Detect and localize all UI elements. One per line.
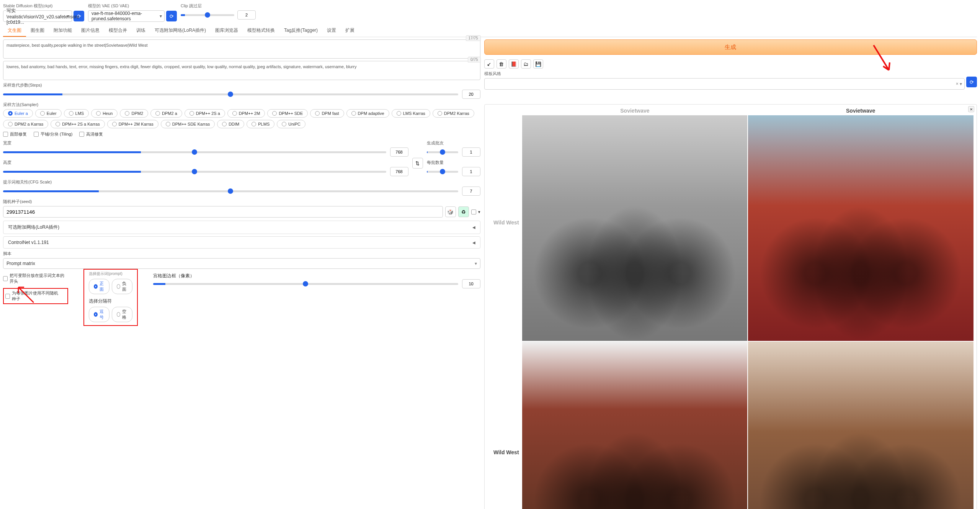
- face-restore-checkbox[interactable]: 面部修复: [3, 131, 27, 137]
- script-select[interactable]: Prompt matrix▾: [3, 258, 480, 269]
- tiling-checkbox[interactable]: 平铺/分块 (Tiling): [34, 131, 72, 137]
- sampler-dpm2-a[interactable]: DPM2 a: [150, 109, 182, 118]
- row-label-2: Wild West: [488, 449, 519, 455]
- margin-value[interactable]: [462, 279, 480, 288]
- prompt-neg-counter: 0/75: [468, 57, 480, 62]
- main-tabs: 文生图 图生图 附加功能 图片信息 模型合并 训练 可选附加网络(LoRA插件)…: [3, 25, 977, 37]
- sampler-dpm-fast[interactable]: DPM fast: [310, 109, 344, 118]
- diff-seed-checkbox[interactable]: 为每张图片使用不同随机种子: [5, 290, 60, 302]
- seed-input[interactable]: [3, 206, 443, 218]
- sampler-dpm-adaptive[interactable]: DPM adaptive: [346, 109, 389, 118]
- vae-label: 模型的 VAE (SD VAE): [88, 3, 177, 9]
- style-refresh-button[interactable]: ⟳: [966, 77, 977, 87]
- seed-recycle-button[interactable]: ♻: [458, 206, 469, 217]
- batch-count-value[interactable]: [462, 147, 480, 157]
- output-gallery: ✕ Wild West Wild West Sovietwave Sovietw…: [484, 104, 977, 509]
- steps-value[interactable]: [462, 90, 480, 99]
- cfg-value[interactable]: [462, 187, 480, 196]
- hires-checkbox[interactable]: 高清修复: [79, 131, 103, 137]
- sampler-dpm2-karras[interactable]: DPM2 Karras: [433, 109, 474, 118]
- prompt-positive-radio[interactable]: 正面: [89, 279, 109, 294]
- clip-slider[interactable]: [181, 14, 234, 16]
- batch-count-slider[interactable]: [427, 151, 458, 153]
- annotation-box-options: 选择提示词(prompt) 正面 负面 选择分隔符 逗号 空格: [83, 269, 138, 326]
- sep-comma-radio[interactable]: 逗号: [89, 307, 109, 322]
- output-image-2[interactable]: [748, 115, 973, 341]
- sampler-unipc[interactable]: UniPC: [277, 120, 305, 128]
- seed-extra-checkbox[interactable]: ▾: [471, 209, 480, 214]
- tab-lora[interactable]: 可选附加网络(LoRA插件): [150, 25, 211, 37]
- sampler-heun[interactable]: Heun: [91, 109, 118, 118]
- height-value[interactable]: [390, 167, 408, 176]
- book-icon[interactable]: 📕: [509, 59, 519, 69]
- prompt-positive[interactable]: 17/75 masterpiece, best quality,people w…: [3, 39, 480, 59]
- card-icon[interactable]: 🗂: [521, 59, 531, 69]
- output-image-4[interactable]: [748, 342, 973, 509]
- lora-accordion[interactable]: 可选附加网络(LoRA插件): [3, 221, 480, 234]
- close-icon[interactable]: ✕: [968, 106, 974, 112]
- sampler-label: 采样方法(Sampler): [3, 102, 480, 108]
- sampler-dpm-2s-a-karras[interactable]: DPM++ 2S a Karras: [51, 120, 105, 128]
- seed-dice-button[interactable]: 🎲: [445, 206, 456, 217]
- prompt-negative[interactable]: 0/75 lowres, bad anatomy, bad hands, tex…: [3, 61, 480, 80]
- sampler-lms-karras[interactable]: LMS Karras: [392, 109, 430, 118]
- vae-select[interactable]: vae-ft-mse-840000-ema-pruned.safetensors: [88, 10, 165, 22]
- sampler-dpm-sde-karras[interactable]: DPM++ SDE Karras: [161, 120, 215, 128]
- width-slider[interactable]: [3, 151, 386, 153]
- tab-img2img[interactable]: 图生图: [26, 25, 49, 37]
- tab-txt2img[interactable]: 文生图: [3, 25, 26, 37]
- steps-label: 采样迭代步数(Steps): [3, 82, 480, 88]
- clip-label: Clip 跳过层: [181, 3, 256, 9]
- sampler-group: Euler aEulerLMSHeunDPM2DPM2 aDPM++ 2S aD…: [3, 109, 480, 128]
- ckpt-select[interactable]: 写实\realisticVisionV20_v20.safetensors [c…: [3, 10, 72, 22]
- sampler-euler-a[interactable]: Euler a: [3, 109, 33, 118]
- sampler-dpm-2m-karras[interactable]: DPM++ 2M Karras: [107, 120, 158, 128]
- arrow-icon[interactable]: ↙: [484, 59, 494, 69]
- tab-pnginfo[interactable]: 图片信息: [77, 25, 104, 37]
- output-image-1[interactable]: [522, 115, 748, 341]
- sep-space-radio[interactable]: 空格: [112, 307, 132, 322]
- col-label-2: Sovietwave: [748, 108, 973, 115]
- output-image-3[interactable]: [522, 342, 748, 509]
- sampler-dpm-2s-a[interactable]: DPM++ 2S a: [185, 109, 225, 118]
- sampler-euler[interactable]: Euler: [35, 109, 62, 118]
- sampler-plms[interactable]: PLMS: [247, 120, 274, 128]
- sampler-dpm-sde[interactable]: DPM++ SDE: [267, 109, 308, 118]
- put-at-start-checkbox[interactable]: 把可变部分放在提示词文本的开头: [3, 273, 68, 284]
- script-label: 脚本: [3, 251, 480, 257]
- select-prompt-label: 选择提示词(prompt): [89, 271, 132, 277]
- sampler-dpm2[interactable]: DPM2: [120, 109, 148, 118]
- controlnet-accordion[interactable]: ControlNet v1.1.191: [3, 236, 480, 249]
- clip-value[interactable]: [237, 10, 256, 20]
- prompt-pos-counter: 17/75: [466, 35, 481, 41]
- sampler-ddim[interactable]: DDIM: [217, 120, 244, 128]
- prompt-negative-radio[interactable]: 负面: [112, 279, 132, 294]
- cfg-slider[interactable]: [3, 190, 458, 192]
- style-select[interactable]: × ▾: [484, 78, 965, 90]
- height-slider[interactable]: [3, 171, 386, 173]
- row-label-1: Wild West: [488, 219, 519, 226]
- swap-dims-button[interactable]: ⇅: [412, 158, 423, 169]
- tab-extras[interactable]: 附加功能: [49, 25, 77, 37]
- seed-label: 随机种子(seed): [3, 199, 480, 205]
- tab-tagger[interactable]: Tag反推(Tagger): [279, 25, 322, 37]
- save-icon[interactable]: 💾: [533, 59, 543, 69]
- sampler-lms[interactable]: LMS: [64, 109, 89, 118]
- tab-merge[interactable]: 模型合并: [104, 25, 132, 37]
- vae-refresh-button[interactable]: ⟳: [166, 11, 177, 21]
- tab-settings[interactable]: 设置: [322, 25, 341, 37]
- steps-slider[interactable]: [3, 93, 458, 95]
- generate-button[interactable]: 生成: [484, 39, 977, 55]
- batch-size-value[interactable]: [462, 167, 480, 176]
- sampler-dpm2-a-karras[interactable]: DPM2 a Karras: [3, 120, 48, 128]
- tab-convert[interactable]: 模型格式转换: [243, 25, 279, 37]
- tab-train[interactable]: 训练: [132, 25, 150, 37]
- batch-size-slider[interactable]: [427, 171, 458, 173]
- width-value[interactable]: [390, 147, 408, 157]
- tab-extensions[interactable]: 扩展: [341, 25, 359, 37]
- margin-slider[interactable]: [153, 283, 458, 285]
- sampler-dpm-2m[interactable]: DPM++ 2M: [227, 109, 265, 118]
- cfg-label: 提示词相关性(CFG Scale): [3, 179, 480, 185]
- trash-icon[interactable]: 🗑: [497, 59, 506, 69]
- tab-browser[interactable]: 图库浏览器: [211, 25, 243, 37]
